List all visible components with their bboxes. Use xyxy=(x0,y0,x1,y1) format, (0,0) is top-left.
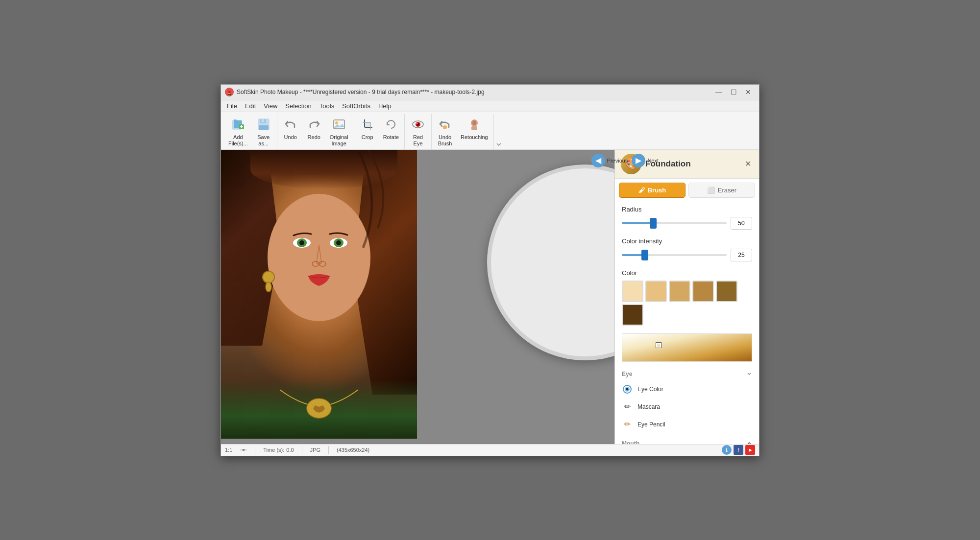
red-eye-button[interactable]: RedEye xyxy=(407,114,429,149)
undo-brush-icon xyxy=(437,117,453,132)
toolbar-group-brush: UndoBrush Retouching xyxy=(432,114,494,149)
facebook-icon[interactable]: f xyxy=(734,445,743,455)
crop-icon xyxy=(360,117,375,132)
radius-row: 50 xyxy=(622,217,752,230)
original-image-button[interactable]: OriginalImage xyxy=(326,114,352,149)
toolbar-group-edit: Undo Redo xyxy=(277,114,354,149)
zoom-slider-icon xyxy=(240,447,247,452)
sep-3 xyxy=(328,446,329,454)
status-icons: ℹ f ▶ xyxy=(722,445,755,455)
menu-file[interactable]: File xyxy=(223,101,241,111)
svg-point-32 xyxy=(263,271,274,283)
intensity-track xyxy=(622,254,727,256)
next-label: Next xyxy=(647,158,659,164)
color-gradient xyxy=(622,333,752,362)
original-image-label: OriginalImage xyxy=(330,134,348,147)
swatch-4[interactable] xyxy=(692,281,714,302)
panel-close-button[interactable]: ✕ xyxy=(742,159,753,169)
content-area: ◀ Previous ▶ Next xyxy=(221,150,759,444)
maximize-button[interactable]: ☐ xyxy=(727,87,740,97)
window-title: SoftSkin Photo Makeup - ****Unregistered… xyxy=(237,89,712,95)
eraser-tab[interactable]: ⬜ Eraser xyxy=(688,183,755,198)
radius-value[interactable]: 50 xyxy=(731,217,752,230)
undo-brush-label: UndoBrush xyxy=(438,134,452,147)
svg-rect-7 xyxy=(259,125,269,130)
minimize-button[interactable]: — xyxy=(712,87,726,97)
save-as-button[interactable]: Saveas... xyxy=(252,114,275,149)
svg-rect-14 xyxy=(365,122,370,127)
rotate-button[interactable]: Rotate xyxy=(380,114,402,143)
menu-softorbits[interactable]: SoftOrbits xyxy=(338,101,374,111)
eraser-icon: ⬜ xyxy=(707,187,715,194)
foundation-panel: 🎨 Foundation ✕ 🖌 Brush ⬜ Eraser xyxy=(614,150,759,444)
format-status: JPG xyxy=(310,447,320,453)
retouching-label: Retouching xyxy=(461,134,488,141)
menu-edit[interactable]: Edit xyxy=(241,101,260,111)
svg-point-9 xyxy=(335,121,338,124)
svg-point-37 xyxy=(626,388,629,390)
menu-view[interactable]: View xyxy=(260,101,281,111)
color-picker[interactable] xyxy=(622,333,752,362)
toolbar-group-transform: Crop Rotate xyxy=(354,114,405,149)
mascara-item[interactable]: ✏ Mascara xyxy=(615,398,759,416)
eye-color-label: Eye Color xyxy=(637,386,663,393)
eye-label: Eye xyxy=(622,371,632,377)
svg-point-21 xyxy=(472,120,476,125)
youtube-icon[interactable]: ▶ xyxy=(745,445,755,455)
save-as-label: Saveas... xyxy=(257,134,270,147)
color-section: Color xyxy=(615,265,759,329)
menu-help[interactable]: Help xyxy=(374,101,395,111)
format-value: JPG xyxy=(310,447,320,453)
zoom-controls xyxy=(240,447,247,452)
undo-brush-button[interactable]: UndoBrush xyxy=(434,114,456,149)
swatch-1[interactable] xyxy=(622,281,643,302)
svg-point-23 xyxy=(268,194,370,321)
photo xyxy=(221,150,417,439)
nav-area: ◀ Previous ▶ Next xyxy=(591,154,659,167)
mascara-label: Mascara xyxy=(637,403,660,410)
tool-tabs: 🖌 Brush ⬜ Eraser xyxy=(615,179,759,202)
sep-2 xyxy=(302,446,302,454)
swatch-2[interactable] xyxy=(645,281,667,302)
eye-color-item[interactable]: Eye Color xyxy=(615,380,759,398)
close-button[interactable]: ✕ xyxy=(741,87,755,97)
info-icon[interactable]: ℹ xyxy=(722,445,732,455)
sep-1 xyxy=(255,446,255,454)
status-bar: 1:1 Time (s): 0.0 JPG (435x650x24) xyxy=(221,444,759,456)
radius-label: Radius xyxy=(622,206,752,213)
eye-pencil-item[interactable]: ✏ Eye Pencil xyxy=(615,416,759,433)
menu-bar: File Edit View Selection Tools SoftOrbit… xyxy=(221,100,759,112)
menu-tools[interactable]: Tools xyxy=(316,101,338,111)
retouching-button[interactable]: Retouching xyxy=(457,114,491,143)
svg-point-26 xyxy=(299,240,304,245)
add-files-button[interactable]: AddFile(s)... xyxy=(225,114,251,149)
eraser-label: Eraser xyxy=(718,187,736,194)
crop-button[interactable]: Crop xyxy=(356,114,379,143)
mouth-section-header: Mouth xyxy=(615,437,759,444)
color-intensity-label: Color intensity xyxy=(622,237,752,245)
intensity-thumb[interactable] xyxy=(641,250,648,260)
next-button[interactable]: ▶ xyxy=(632,154,645,167)
zoom-value: 1:1 xyxy=(225,447,232,453)
radius-track xyxy=(622,222,727,224)
svg-point-18 xyxy=(416,122,418,124)
radius-thumb[interactable] xyxy=(650,218,657,229)
menu-selection[interactable]: Selection xyxy=(281,101,315,111)
swatch-6[interactable] xyxy=(622,304,643,326)
swatch-5[interactable] xyxy=(716,281,737,302)
intensity-value[interactable]: 25 xyxy=(731,249,752,261)
eye-pencil-icon: ✏ xyxy=(622,419,633,430)
brush-tab[interactable]: 🖌 Brush xyxy=(619,183,686,198)
toolbar-group-files: AddFile(s)... Saveas... xyxy=(223,114,277,149)
mouth-label: Mouth xyxy=(622,440,639,444)
toolbar: AddFile(s)... Saveas... xyxy=(221,112,759,150)
dimensions-value: (435x650x24) xyxy=(337,447,369,453)
retouching-icon xyxy=(466,117,482,132)
redo-button[interactable]: Redo xyxy=(303,114,325,143)
necklace-svg xyxy=(221,380,417,439)
swatch-3[interactable] xyxy=(669,281,690,302)
prev-label: Previous xyxy=(607,158,628,164)
prev-button[interactable]: ◀ xyxy=(591,154,605,167)
undo-button[interactable]: Undo xyxy=(279,114,302,143)
red-eye-label: RedEye xyxy=(413,134,423,147)
